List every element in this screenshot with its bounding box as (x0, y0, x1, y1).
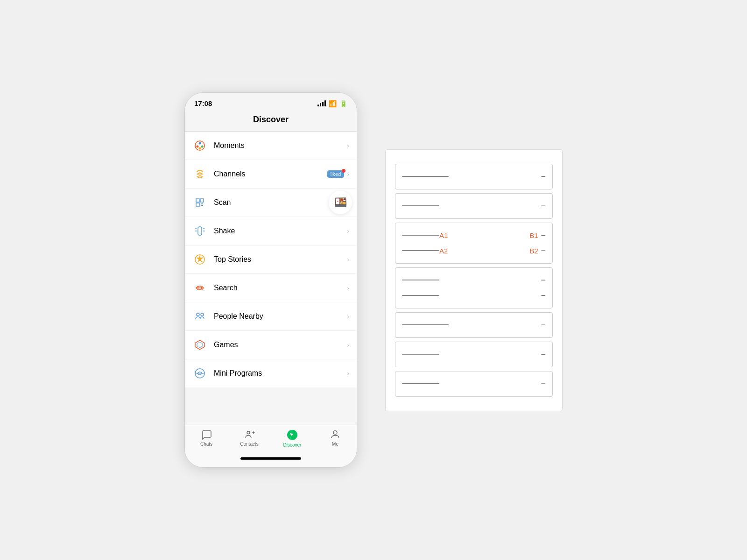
minus-sign: − (541, 291, 546, 301)
menu-item-people-nearby[interactable]: People Nearby › (185, 302, 357, 331)
tab-contacts[interactable]: Contacts (235, 429, 263, 448)
menu-item-top-stories[interactable]: Top Stories › (185, 245, 357, 274)
people-nearby-icon (192, 309, 207, 324)
top-stories-right: › (347, 256, 349, 263)
panel-row-1-line: − (402, 172, 546, 182)
svg-rect-5 (196, 199, 199, 202)
minus-sign: − (541, 201, 546, 211)
contacts-tab-icon (244, 429, 255, 440)
mini-programs-right: › (347, 370, 349, 377)
panel-row-2-line: − (402, 201, 546, 211)
tab-chats[interactable]: Chats (192, 429, 220, 448)
line-text (402, 280, 439, 280)
menu-item-scan[interactable]: Scan 🍱 (185, 189, 357, 217)
minus-sign: − (541, 246, 546, 256)
tab-discover[interactable]: Discover (278, 429, 306, 448)
panel-row-5-line: − (402, 320, 546, 330)
contacts-tab-label: Contacts (240, 441, 258, 447)
menu-list: Moments › Channels liked (185, 132, 357, 387)
search-icon (192, 280, 207, 295)
menu-item-channels[interactable]: Channels liked › (185, 160, 357, 189)
chevron-right-icon: › (347, 142, 349, 149)
panel-row-7-line: − (402, 379, 546, 389)
wifi-icon: 📶 (329, 100, 337, 107)
svg-rect-12 (198, 227, 202, 235)
status-time: 17:08 (194, 99, 212, 107)
chevron-right-icon: › (347, 370, 349, 377)
panel-row-2: − (395, 193, 553, 219)
page-title: Discover (253, 115, 289, 124)
notification-dot (342, 169, 345, 173)
chevron-right-icon: › (347, 341, 349, 349)
phone-mockup: 17:08 📶 🔋 Discover (184, 92, 357, 468)
status-icons: 📶 🔋 (317, 100, 347, 107)
line-text (402, 250, 439, 251)
chats-tab-icon (201, 429, 212, 440)
games-icon (192, 337, 207, 352)
line-text (402, 295, 439, 296)
panel-row-3-line-1: A1 B1 − (402, 231, 546, 240)
menu-item-shake[interactable]: Shake › (185, 217, 357, 245)
panel-row-3: A1 B1 − A2 B2 − (395, 223, 553, 264)
chats-tab-label: Chats (200, 441, 212, 447)
svg-point-19 (197, 313, 199, 316)
panel-row-4: − − (395, 267, 553, 308)
menu-item-moments[interactable]: Moments › (185, 132, 357, 160)
panel-row-7: − (395, 371, 553, 397)
chevron-right-icon: › (347, 256, 349, 263)
svg-point-25 (247, 431, 250, 434)
minus-sign: − (541, 172, 546, 182)
line-text (402, 354, 439, 355)
shake-icon (192, 224, 207, 238)
tab-bar: Chats Contacts Discover (185, 425, 357, 449)
chevron-right-icon: › (347, 227, 349, 235)
top-stories-label: Top Stories (214, 255, 347, 264)
scan-icon (192, 195, 207, 210)
moments-icon (192, 138, 207, 153)
svg-rect-8 (201, 203, 202, 204)
svg-point-20 (201, 313, 204, 316)
channels-label: Channels (214, 170, 327, 178)
search-right: › (347, 284, 349, 292)
label-a1: A1 (439, 231, 448, 239)
tab-me[interactable]: Me (321, 429, 349, 448)
line-text (402, 324, 449, 325)
panel-row-6-line: − (402, 350, 546, 359)
shake-label: Shake (214, 227, 347, 235)
moments-label: Moments (214, 141, 347, 150)
line-text (402, 235, 439, 236)
nav-header: Discover (185, 111, 357, 132)
panel-row-4-line-2: − (402, 291, 546, 301)
me-tab-icon (330, 429, 341, 440)
shake-right: › (347, 227, 349, 235)
minus-sign: − (541, 379, 546, 389)
minus-sign: − (541, 275, 546, 285)
menu-item-mini-programs[interactable]: Mini Programs › (185, 359, 357, 387)
signal-icon (317, 100, 326, 106)
line-text (402, 176, 449, 177)
svg-rect-9 (202, 203, 203, 204)
label-a2: A2 (439, 247, 448, 255)
panel-row-4-line-1: − (402, 275, 546, 285)
menu-item-games[interactable]: Games › (185, 331, 357, 359)
svg-point-29 (333, 431, 337, 434)
chevron-right-icon: › (347, 313, 349, 320)
menu-item-search[interactable]: Search › (185, 274, 357, 302)
people-nearby-right: › (347, 313, 349, 320)
mini-programs-label: Mini Programs (214, 369, 347, 378)
games-label: Games (214, 341, 347, 349)
people-nearby-label: People Nearby (214, 312, 347, 321)
chevron-right-icon: › (347, 284, 349, 292)
svg-marker-22 (197, 342, 203, 348)
gray-spacer (185, 387, 357, 425)
channels-right: liked › (327, 170, 349, 178)
right-panel: − − A1 B1 − A2 B2 − − (385, 149, 563, 411)
discover-tab-label: Discover (283, 442, 302, 448)
search-label: Search (214, 284, 347, 292)
svg-rect-6 (200, 199, 204, 202)
chevron-right-icon: › (347, 170, 349, 178)
liked-badge: liked (327, 170, 345, 178)
svg-rect-10 (201, 205, 202, 206)
moments-right: › (347, 142, 349, 149)
svg-point-1 (199, 142, 201, 145)
